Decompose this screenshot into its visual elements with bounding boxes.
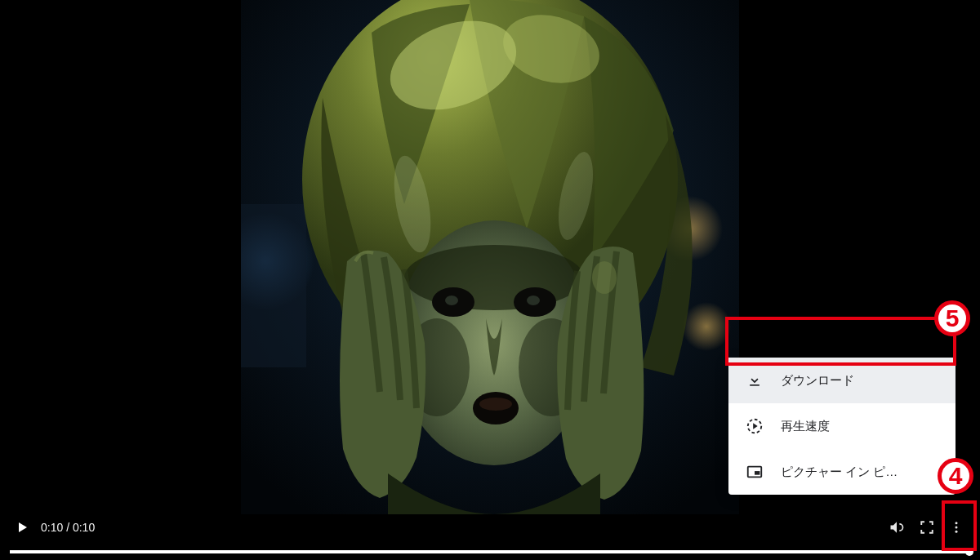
menu-item-playback-speed[interactable]: 再生速度 xyxy=(728,403,956,449)
time-display: 0:10 / 0:10 xyxy=(41,521,95,534)
playback-speed-icon xyxy=(745,416,764,436)
svg-point-15 xyxy=(479,398,512,411)
progress-bar[interactable] xyxy=(10,550,970,553)
menu-item-label: ダウンロード xyxy=(781,373,854,389)
volume-button[interactable] xyxy=(889,519,905,536)
menu-item-pip[interactable]: ピクチャー イン ピ… xyxy=(728,449,956,495)
download-icon xyxy=(745,371,764,390)
more-options-button[interactable] xyxy=(949,520,964,535)
svg-rect-4 xyxy=(241,204,306,367)
svg-point-2 xyxy=(682,302,731,351)
svg-rect-27 xyxy=(755,471,760,475)
svg-point-13 xyxy=(527,296,540,305)
play-button[interactable] xyxy=(16,521,29,534)
fullscreen-button[interactable] xyxy=(920,520,934,535)
svg-point-21 xyxy=(956,522,958,524)
menu-item-label: ピクチャー イン ピ… xyxy=(781,464,898,480)
menu-item-download[interactable]: ダウンロード xyxy=(728,358,956,403)
svg-rect-24 xyxy=(750,384,760,386)
svg-point-11 xyxy=(445,296,458,305)
svg-point-18 xyxy=(592,261,617,294)
context-menu: ダウンロード 再生速度 ピクチャー イン ピ… xyxy=(728,358,956,495)
progress-thumb[interactable] xyxy=(965,548,973,556)
svg-point-23 xyxy=(956,531,958,533)
svg-point-9 xyxy=(404,245,584,310)
video-content xyxy=(241,0,739,514)
menu-item-label: 再生速度 xyxy=(781,419,830,434)
picture-in-picture-icon xyxy=(745,462,764,482)
svg-point-22 xyxy=(956,527,958,529)
